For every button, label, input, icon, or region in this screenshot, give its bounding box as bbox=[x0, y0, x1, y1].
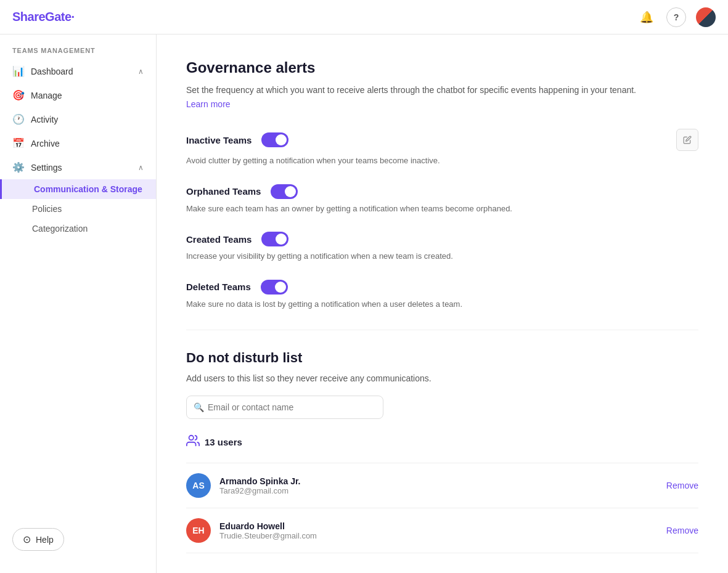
sidebar-item-activity[interactable]: 🕐 Activity bbox=[0, 107, 156, 131]
search-input[interactable] bbox=[186, 396, 383, 419]
archive-icon: 📅 bbox=[12, 137, 25, 149]
settings-icon: ⚙️ bbox=[12, 161, 25, 173]
sidebar-item-manage[interactable]: 🎯 Manage bbox=[0, 83, 156, 107]
sidebar-subitem-communication-storage[interactable]: Communication & Storage bbox=[0, 179, 156, 199]
search-icon: 🔍 bbox=[194, 402, 204, 412]
alert-item-orphaned-teams: Orphaned Teams Make sure each team has a… bbox=[186, 184, 698, 215]
alert-item-deleted-teams: Deleted Teams Make sure no data is lost … bbox=[186, 280, 698, 311]
learn-more-link[interactable]: Learn more bbox=[186, 99, 231, 109]
alerts-section: Inactive Teams Avoid clutter by g bbox=[186, 129, 698, 310]
chevron-up-icon: ∧ bbox=[138, 163, 144, 172]
logo-area: ShareGate· bbox=[12, 10, 75, 24]
user-avatar-eh: EH bbox=[186, 518, 211, 543]
manage-icon: 🎯 bbox=[12, 89, 25, 101]
alert-item-created-teams: Created Teams Increase your visibility b… bbox=[186, 232, 698, 262]
dnd-title: Do not disturb list bbox=[186, 350, 698, 366]
alert-description: Make sure each team has an owner by gett… bbox=[186, 203, 630, 215]
notification-icon[interactable]: 🔔 bbox=[637, 7, 656, 27]
alert-description: Avoid clutter by getting a notification … bbox=[186, 155, 630, 167]
page-title: Governance alerts bbox=[186, 59, 698, 76]
edit-alert-button[interactable] bbox=[676, 129, 698, 151]
remove-user-button[interactable]: Remove bbox=[666, 526, 698, 535]
orphaned-teams-toggle[interactable] bbox=[271, 184, 298, 199]
sidebar-item-label: Dashboard bbox=[31, 67, 73, 76]
help-button[interactable]: ⊙ Help bbox=[12, 528, 64, 551]
sidebar-item-archive[interactable]: 📅 Archive bbox=[0, 131, 156, 155]
edit-pencil-icon bbox=[683, 136, 692, 144]
user-email: Tara92@gmail.com bbox=[219, 486, 658, 495]
sidebar-item-dashboard[interactable]: 📊 Dashboard ∧ bbox=[0, 59, 156, 83]
deleted-teams-toggle[interactable] bbox=[261, 280, 288, 295]
alert-description: Increase your visibility by getting a no… bbox=[186, 250, 630, 262]
sidebar-subitem-categorization[interactable]: Categorization bbox=[0, 219, 156, 238]
remove-user-button[interactable]: Remove bbox=[666, 481, 698, 490]
sidebar-item-label: Manage bbox=[31, 91, 62, 100]
user-item: EH Eduardo Howell Trudie.Steuber@gmail.c… bbox=[186, 508, 698, 553]
alert-name: Created Teams bbox=[186, 234, 252, 245]
alert-name: Inactive Teams bbox=[186, 135, 252, 145]
activity-icon: 🕐 bbox=[12, 113, 25, 125]
user-info: Eduardo Howell Trudie.Steuber@gmail.com bbox=[219, 521, 658, 540]
user-info: Armando Spinka Jr. Tara92@gmail.com bbox=[219, 476, 658, 495]
inactive-teams-toggle[interactable] bbox=[261, 132, 288, 147]
user-avatar[interactable] bbox=[696, 7, 716, 27]
alert-name: Deleted Teams bbox=[186, 282, 251, 292]
sidebar-item-settings[interactable]: ⚙️ Settings ∧ bbox=[0, 155, 156, 179]
help-circle-icon[interactable]: ? bbox=[666, 7, 686, 27]
sidebar-section-label: TEAMS MANAGEMENT bbox=[0, 35, 156, 59]
users-count-row: 13 users bbox=[186, 434, 698, 450]
user-list: AS Armando Spinka Jr. Tara92@gmail.com R… bbox=[186, 463, 698, 553]
search-wrapper: 🔍 bbox=[186, 396, 383, 419]
governance-description: Set the frequency at which you want to r… bbox=[186, 84, 698, 97]
dashboard-icon: 📊 bbox=[12, 65, 25, 77]
users-icon bbox=[186, 434, 200, 450]
alert-item-inactive-teams: Inactive Teams Avoid clutter by g bbox=[186, 129, 698, 167]
alert-name: Orphaned Teams bbox=[186, 186, 261, 197]
sidebar-subitem-policies[interactable]: Policies bbox=[0, 199, 156, 219]
user-name: Armando Spinka Jr. bbox=[219, 476, 658, 486]
sidebar-item-label: Activity bbox=[31, 115, 58, 124]
app-logo: ShareGate· bbox=[12, 10, 75, 24]
sidebar-item-label: Settings bbox=[31, 163, 62, 173]
dnd-description: Add users to this list so they never rec… bbox=[186, 373, 698, 383]
user-avatar-as: AS bbox=[186, 473, 211, 498]
users-count-label: 13 users bbox=[205, 437, 242, 447]
sidebar-item-label: Archive bbox=[31, 139, 60, 148]
svg-point-0 bbox=[189, 436, 194, 440]
user-name: Eduardo Howell bbox=[219, 521, 658, 531]
help-icon: ⊙ bbox=[23, 534, 31, 545]
created-teams-toggle[interactable] bbox=[261, 232, 288, 246]
user-item: AS Armando Spinka Jr. Tara92@gmail.com R… bbox=[186, 463, 698, 508]
chevron-up-icon: ∧ bbox=[138, 67, 144, 76]
alert-description: Make sure no data is lost by getting a n… bbox=[186, 298, 630, 311]
user-email: Trudie.Steuber@gmail.com bbox=[219, 531, 658, 540]
